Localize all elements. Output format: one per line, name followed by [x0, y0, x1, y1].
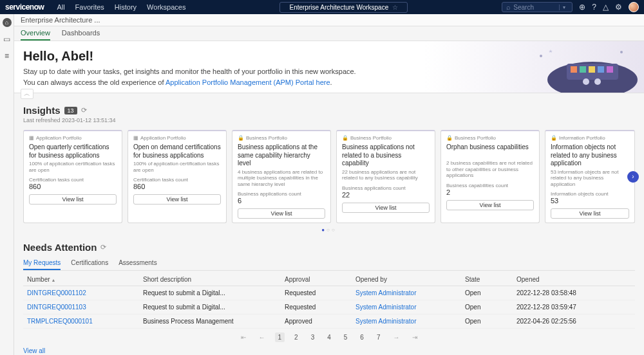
card-desc: 53 information objects are not related t…: [551, 169, 629, 188]
col-number[interactable]: Number: [23, 273, 139, 286]
left-rail: ⌂ ▭ ≡: [0, 14, 14, 355]
col-state[interactable]: State: [461, 273, 513, 286]
lock-icon: [551, 135, 557, 141]
pager-page[interactable]: 7: [374, 332, 384, 342]
pager-page[interactable]: 2: [291, 332, 301, 342]
search-icon: ⌕: [506, 3, 511, 11]
carousel-next-icon[interactable]: ›: [627, 171, 639, 183]
card-desc: 22 business applications are not related…: [342, 169, 430, 181]
tab-overview[interactable]: Overview: [21, 26, 50, 41]
card-metric: 22: [342, 191, 430, 199]
pager-page[interactable]: 3: [308, 332, 318, 342]
page-tabs: Overview Dashboards: [14, 26, 644, 41]
card-desc: 100% of application certification tasks …: [133, 161, 221, 173]
carousel-dots[interactable]: ●○○: [23, 227, 635, 233]
card-metric-label: Business applications count: [238, 191, 325, 197]
card-desc: 100% of application certification tasks …: [29, 161, 117, 173]
cell-short: Request to submit a Digital...: [139, 286, 281, 300]
view-list-button[interactable]: View list: [446, 200, 534, 210]
home-icon[interactable]: ⌂: [3, 18, 12, 27]
needs-title: Needs Attention: [23, 242, 97, 253]
insight-card: ▦Application Portfolio Open on demand ce…: [128, 130, 227, 223]
cell-opened: 2022-12-28 03:59:47: [513, 300, 635, 314]
request-link[interactable]: DINTGREQ0001102: [27, 289, 86, 296]
card-metric-label: Information objects count: [551, 191, 629, 197]
card-metric-label: Business applications count: [342, 185, 430, 191]
lock-icon: [238, 135, 244, 141]
avatar[interactable]: [629, 2, 639, 12]
card-portfolio-label: Application Portfolio: [140, 135, 186, 141]
cell-short: Request to submit a Digital...: [139, 300, 281, 314]
nav-history[interactable]: History: [115, 3, 137, 11]
col-opened[interactable]: Opened: [513, 273, 635, 286]
col-opened-by[interactable]: Opened by: [352, 273, 461, 286]
apm-portal-link[interactable]: Application Portfolio Management (APM) P…: [166, 78, 330, 86]
view-all-link[interactable]: View all: [23, 347, 45, 354]
card-title: Open on demand certifications for busine…: [133, 143, 221, 159]
col-short-desc[interactable]: Short description: [139, 273, 281, 286]
cell-approval: Requested: [281, 300, 352, 314]
search-placeholder: Search: [513, 4, 534, 11]
portfolio-icon: ▦: [133, 135, 138, 141]
insight-card: Business Portfolio Business applications…: [336, 130, 435, 223]
pager-last-icon[interactable]: ⇥: [409, 332, 421, 342]
card-title: Orphan business capabilities: [446, 143, 534, 159]
tab-dashboards[interactable]: Dashboards: [62, 26, 100, 41]
breadcrumb: Enterprise Architecture ...: [14, 14, 644, 26]
pager-prev-icon[interactable]: ←: [256, 332, 269, 342]
svg-rect-6: [607, 66, 613, 73]
workspace-pill[interactable]: Enterprise Architecture Workspace ☆: [279, 2, 408, 13]
refresh-icon[interactable]: ⟳: [81, 106, 87, 114]
svg-point-9: [540, 55, 542, 57]
insights-section: Insights 13 ⟳ Last refreshed 2023-01-12 …: [14, 93, 644, 235]
insights-count-badge: 13: [64, 107, 77, 114]
search-box[interactable]: ⌕ Search ▾: [502, 2, 573, 12]
nav-all[interactable]: All: [57, 3, 64, 11]
gear-icon[interactable]: ⚙: [615, 3, 622, 12]
refresh-icon[interactable]: ⟳: [100, 243, 106, 251]
star-icon[interactable]: ☆: [392, 4, 398, 11]
tab-assessments[interactable]: Assessments: [118, 257, 156, 270]
pager-page[interactable]: 5: [341, 332, 351, 342]
opened-by-link[interactable]: System Administrator: [355, 318, 416, 325]
pager-page[interactable]: 1: [275, 332, 285, 342]
tab-certifications[interactable]: Certifications: [71, 257, 108, 270]
tab-my-requests[interactable]: My Requests: [23, 257, 61, 270]
view-list-button[interactable]: View list: [342, 203, 430, 213]
opened-by-link[interactable]: System Administrator: [355, 304, 416, 311]
notification-icon[interactable]: △: [603, 3, 609, 12]
card-metric-label: Business capabilities count: [446, 183, 534, 188]
view-list-button[interactable]: View list: [133, 194, 221, 205]
opened-by-link[interactable]: System Administrator: [355, 289, 416, 296]
col-approval[interactable]: Approval: [281, 273, 352, 286]
briefcase-icon[interactable]: ▭: [3, 35, 10, 44]
svg-point-8: [594, 78, 601, 85]
insight-card: Business Portfolio Business applications…: [232, 130, 331, 223]
pager-next-icon[interactable]: →: [390, 332, 402, 342]
card-metric-label: Certification tasks count: [133, 177, 221, 183]
view-list-button[interactable]: View list: [29, 194, 117, 205]
search-dropdown-icon[interactable]: ▾: [559, 5, 568, 10]
table-row: DINTGREQ0001103 Request to submit a Digi…: [23, 300, 635, 314]
insight-card: Business Portfolio Orphan business capab…: [440, 130, 540, 223]
pager-first-icon[interactable]: ⇤: [238, 332, 249, 342]
insights-title: Insights: [23, 105, 61, 116]
view-list-button[interactable]: View list: [238, 208, 325, 219]
collapse-chevron-icon[interactable]: ︿: [21, 89, 33, 99]
nav-workspaces[interactable]: Workspaces: [147, 3, 185, 11]
cell-opened: 2022-12-28 03:58:48: [513, 286, 635, 300]
hero-banner: Hello, Abel! Stay up to date with your t…: [14, 41, 644, 93]
hero-line2-suffix: .: [330, 78, 332, 86]
request-link[interactable]: DINTGREQ0001103: [27, 304, 86, 311]
nav-favorites[interactable]: Favorites: [75, 3, 104, 11]
view-list-button[interactable]: View list: [551, 208, 629, 219]
globe-icon[interactable]: ⊕: [579, 3, 585, 12]
pager-page[interactable]: 6: [357, 332, 367, 342]
list-icon[interactable]: ≡: [5, 51, 9, 60]
pager-page[interactable]: 4: [324, 332, 334, 342]
lock-icon: [342, 135, 348, 141]
help-icon[interactable]: ?: [592, 3, 596, 12]
card-metric: 860: [133, 183, 221, 190]
request-link[interactable]: TRMPLCREQ0000101: [27, 318, 93, 325]
card-title: Business applications not related to a b…: [342, 143, 430, 168]
